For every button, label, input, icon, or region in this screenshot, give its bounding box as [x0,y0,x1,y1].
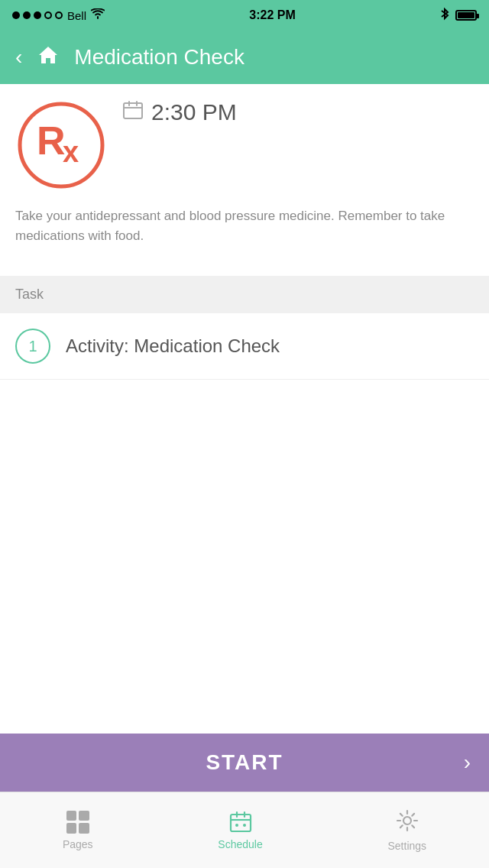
svg-line-22 [400,825,403,828]
pages-icon [66,811,89,834]
svg-text:R: R [37,118,66,163]
medication-time: 2:30 PM [151,99,237,125]
carrier-label: Bell [67,9,86,22]
task-number-badge: 1 [15,329,50,364]
svg-rect-4 [124,103,142,118]
battery-icon [455,10,477,21]
nav-item-settings[interactable]: Settings [388,809,427,852]
svg-text:x: x [63,136,79,168]
start-button-label: START [206,750,283,775]
task-label: Activity: Medication Check [66,335,280,357]
svg-point-12 [235,824,238,827]
svg-rect-8 [231,815,251,831]
settings-icon [396,809,419,835]
nav-item-schedule[interactable]: Schedule [218,811,262,850]
svg-marker-0 [39,47,57,63]
schedule-icon [229,811,252,834]
back-button[interactable]: ‹ [15,47,22,68]
home-icon[interactable] [37,45,59,70]
svg-line-21 [412,813,414,815]
main-content: R x 2:30 PM Take your antidepressant and… [0,84,489,276]
nav-item-pages[interactable]: Pages [63,811,93,850]
medication-info: R x 2:30 PM [15,99,474,191]
status-right [440,8,477,24]
page-title: Medication Check [74,45,474,70]
svg-line-20 [412,825,414,828]
header: ‹ Medication Check [0,31,489,84]
status-time: 3:22 PM [249,8,295,22]
signal-icon [12,11,63,19]
task-row: 1 Activity: Medication Check [0,313,489,380]
rx-icon: R x [15,99,107,191]
svg-line-19 [400,813,403,815]
status-left: Bell [12,8,105,22]
calendar-icon [122,100,144,125]
bottom-nav: Pages Schedule [0,792,489,868]
time-block: 2:30 PM [122,99,237,131]
chevron-right-icon: › [464,750,471,775]
nav-label-settings: Settings [388,840,427,852]
medication-description: Take your antidepressant and blood press… [15,206,474,245]
svg-point-13 [243,824,246,827]
svg-point-14 [403,817,411,824]
start-button[interactable]: START › [0,734,489,792]
nav-label-pages: Pages [63,838,93,850]
wifi-icon [91,8,105,22]
bluetooth-icon [440,8,449,24]
status-bar: Bell 3:22 PM [0,0,489,31]
nav-label-schedule: Schedule [218,838,262,850]
task-section-header: Task [0,276,489,313]
